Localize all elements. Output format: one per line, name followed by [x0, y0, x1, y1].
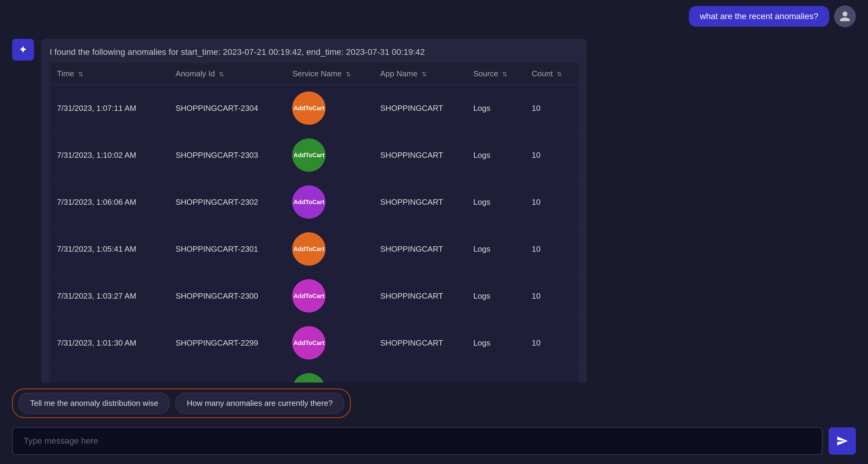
- table-row: 7/31/2023, 1:05:41 AMSHOPPINGCART-2301Ad…: [50, 226, 578, 273]
- sort-icon-time: ⇅: [78, 71, 83, 77]
- cell-time: 7/31/2023, 1:03:27 AM: [50, 273, 168, 320]
- cell-source: Logs: [466, 320, 525, 366]
- sort-icon-anomaly-id: ⇅: [219, 71, 224, 77]
- cell-service-name: AddToCart: [285, 320, 373, 366]
- sort-icon-count: ⇅: [557, 71, 562, 77]
- cell-anomaly-id: SHOPPINGCART-2302: [168, 179, 285, 226]
- service-badge: AddToCart: [292, 138, 326, 172]
- cell-time: 7/31/2023, 1:05:41 AM: [50, 226, 168, 273]
- cell-anomaly-id: SHOPPINGCART-2299: [168, 320, 285, 366]
- col-service-name: Service Name ⇅: [285, 63, 373, 85]
- cell-count: 10: [525, 273, 578, 320]
- user-avatar[interactable]: [834, 5, 856, 27]
- suggestion-btn-distribution[interactable]: Tell me the anomaly distribution wise: [19, 393, 169, 414]
- input-area: [0, 421, 868, 464]
- cell-source: Logs: [466, 132, 525, 179]
- cell-service-name: AddToCart: [285, 85, 373, 132]
- cell-app-name: SHOPPINGCART: [373, 179, 466, 226]
- cell-source: Logs: [466, 85, 525, 132]
- service-badge: AddToCart: [292, 373, 326, 383]
- cell-time: 7/31/2023, 1:07:11 AM: [50, 85, 168, 132]
- table-row: 7/31/2023, 1:06:06 AMSHOPPINGCART-2302Ad…: [50, 179, 578, 226]
- cell-anomaly-id: SHOPPINGCART-2303: [168, 132, 285, 179]
- col-count: Count ⇅: [525, 63, 578, 85]
- service-badge: AddToCart: [292, 279, 326, 312]
- service-badge: AddToCart: [292, 232, 326, 266]
- message-content: I found the following anomalies for star…: [41, 39, 587, 383]
- anomaly-table: Time ⇅ Anomaly Id ⇅ Service Name ⇅ App N…: [50, 63, 578, 383]
- cell-source: Logs: [466, 366, 525, 383]
- sort-icon-source: ⇅: [502, 71, 507, 77]
- service-badge: AddToCart: [292, 326, 326, 360]
- table-row: 7/31/2023, 1:10:02 AMSHOPPINGCART-2303Ad…: [50, 132, 578, 179]
- cell-count: 10: [525, 320, 578, 366]
- table-row: 7/30/2023, 11:33:17 PMSHOPPINGCART-2298A…: [50, 366, 578, 383]
- table-row: 7/31/2023, 1:01:30 AMSHOPPINGCART-2299Ad…: [50, 320, 578, 366]
- cell-app-name: SHOPPINGCART: [373, 85, 466, 132]
- cell-anomaly-id: SHOPPINGCART-2298: [168, 366, 285, 383]
- cell-count: 10: [525, 179, 578, 226]
- table-header-row: Time ⇅ Anomaly Id ⇅ Service Name ⇅ App N…: [50, 63, 578, 85]
- cell-service-name: AddToCart: [285, 132, 373, 179]
- suggestion-btn-count[interactable]: How many anomalies are currently there?: [176, 393, 344, 414]
- cell-source: Logs: [466, 226, 525, 273]
- suggestions-area: Tell me the anomaly distribution wise Ho…: [0, 383, 868, 421]
- sort-icon-service-name: ⇅: [346, 71, 351, 77]
- top-bar: what are the recent anomalies?: [0, 0, 868, 33]
- cell-source: Logs: [466, 179, 525, 226]
- col-time: Time ⇅: [50, 63, 168, 85]
- chat-area: ✦ I found the following anomalies for st…: [0, 33, 868, 383]
- col-anomaly-id: Anomaly Id ⇅: [168, 63, 285, 85]
- cell-anomaly-id: SHOPPINGCART-2301: [168, 226, 285, 273]
- bot-icon: ✦: [12, 39, 34, 61]
- cell-source: Logs: [466, 273, 525, 320]
- cell-app-name: SHOPPINGCART: [373, 320, 466, 366]
- cell-service-name: AddToCart: [285, 226, 373, 273]
- cell-time: 7/31/2023, 1:06:06 AM: [50, 179, 168, 226]
- bot-message: ✦ I found the following anomalies for st…: [12, 39, 856, 383]
- message-input[interactable]: [12, 427, 823, 455]
- cell-app-name: SHOPPINGCART: [373, 273, 466, 320]
- cell-time: 7/31/2023, 1:10:02 AM: [50, 132, 168, 179]
- recent-anomalies-button[interactable]: what are the recent anomalies?: [689, 6, 829, 27]
- col-app-name: App Name ⇅: [373, 63, 466, 85]
- message-header: I found the following anomalies for star…: [50, 47, 578, 57]
- cell-count: 10: [525, 366, 578, 383]
- cell-app-name: SHOPPINGCART: [373, 366, 466, 383]
- cell-time: 7/31/2023, 1:01:30 AM: [50, 320, 168, 366]
- service-badge: AddToCart: [292, 92, 326, 125]
- cell-app-name: SHOPPINGCART: [373, 132, 466, 179]
- cell-anomaly-id: SHOPPINGCART-2300: [168, 273, 285, 320]
- cell-app-name: SHOPPINGCART: [373, 226, 466, 273]
- cell-count: 10: [525, 85, 578, 132]
- cell-count: 10: [525, 132, 578, 179]
- sort-icon-app-name: ⇅: [422, 71, 427, 77]
- table-row: 7/31/2023, 1:07:11 AMSHOPPINGCART-2304Ad…: [50, 85, 578, 132]
- cell-service-name: AddToCart: [285, 273, 373, 320]
- col-source: Source ⇅: [466, 63, 525, 85]
- table-row: 7/31/2023, 1:03:27 AMSHOPPINGCART-2300Ad…: [50, 273, 578, 320]
- cell-service-name: AddToCart: [285, 366, 373, 383]
- cell-time: 7/30/2023, 11:33:17 PM: [50, 366, 168, 383]
- suggestion-box: Tell me the anomaly distribution wise Ho…: [12, 389, 351, 418]
- service-badge: AddToCart: [292, 185, 326, 219]
- cell-service-name: AddToCart: [285, 179, 373, 226]
- cell-anomaly-id: SHOPPINGCART-2304: [168, 85, 285, 132]
- send-button[interactable]: [829, 427, 856, 455]
- cell-count: 10: [525, 226, 578, 273]
